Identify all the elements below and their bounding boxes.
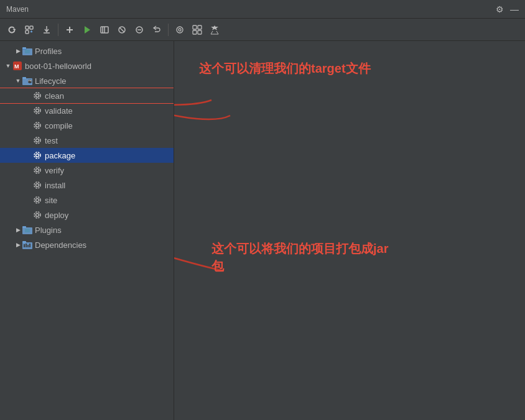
dependencies-folder-icon [22, 240, 32, 250]
clean-label: clean [45, 91, 64, 101]
site-label: site [45, 196, 57, 205]
deploy-gear-icon [32, 210, 42, 220]
package-gear-icon [32, 150, 42, 160]
svg-rect-14 [198, 25, 202, 29]
verify-gear-icon [32, 165, 42, 175]
verify-label: verify [45, 166, 64, 175]
svg-point-40 [34, 182, 40, 188]
svg-rect-15 [193, 30, 197, 34]
tree-item-package[interactable]: package [0, 148, 174, 163]
skip-tests-button[interactable] [114, 22, 130, 38]
title-bar-controls: ⚙ — [496, 4, 519, 14]
tree-item-dependencies[interactable]: Dependencies [0, 237, 174, 252]
package-label: package [45, 151, 75, 160]
svg-rect-20 [25, 50, 30, 53]
compile-gear-icon [32, 121, 42, 130]
validate-gear-icon [32, 106, 42, 116]
svg-rect-47 [25, 229, 30, 232]
separator-1 [58, 24, 58, 36]
svg-point-41 [36, 199, 39, 202]
plugins-folder-icon [22, 225, 32, 235]
svg-point-35 [36, 154, 39, 157]
svg-point-44 [34, 212, 40, 218]
svg-point-39 [36, 184, 39, 187]
svg-point-36 [34, 152, 40, 158]
tree-item-test[interactable]: test [0, 133, 174, 148]
svg-rect-0 [26, 26, 29, 29]
boot01-label: boot-01-helloworld [25, 62, 91, 71]
svg-point-29 [36, 109, 39, 112]
title-bar: Maven ⚙ — [0, 0, 525, 19]
download-button[interactable] [39, 22, 55, 38]
svg-point-31 [36, 124, 39, 127]
ignore-failures-button[interactable] [131, 22, 147, 38]
tree-item-lifecycle[interactable]: Lifecycle [0, 73, 174, 88]
svg-point-34 [34, 137, 40, 144]
tree-item-validate[interactable]: validate [0, 103, 174, 118]
run-button[interactable] [79, 22, 95, 38]
settings-icon[interactable]: ⚙ [496, 4, 504, 14]
maven-tree[interactable]: Profiles M boot-01-helloworld [0, 41, 174, 420]
profiles-label: Profiles [35, 47, 62, 56]
toggle-offline-button[interactable] [96, 22, 113, 38]
svg-rect-51 [26, 244, 27, 247]
tree-item-plugins[interactable]: Plugins [0, 222, 174, 237]
app-title: Maven [6, 5, 29, 14]
tree-item-clean[interactable]: clean [0, 88, 174, 103]
svg-rect-1 [30, 26, 33, 29]
svg-rect-50 [24, 244, 25, 247]
tree-item-profiles[interactable]: Profiles [0, 43, 174, 58]
profiles-folder-icon [22, 46, 32, 56]
show-diagram-button[interactable] [189, 22, 205, 38]
tree-item-site[interactable]: site [0, 193, 174, 208]
annotation-overlay: 这个可以清理我们的target文件 这个可以将我们的项目打包成jar 包 [174, 41, 525, 420]
add-button[interactable] [62, 22, 78, 38]
test-label: test [45, 136, 58, 145]
refresh-button[interactable] [4, 22, 20, 38]
validate-label: validate [45, 106, 73, 116]
svg-point-38 [34, 167, 40, 173]
svg-text:M: M [14, 63, 19, 70]
profiles-arrow [14, 47, 22, 55]
svg-line-8 [119, 27, 124, 32]
plugins-label: Plugins [35, 226, 62, 235]
svg-point-30 [34, 107, 40, 114]
tree-item-compile[interactable]: compile [0, 118, 174, 133]
svg-rect-52 [27, 245, 29, 247]
toolbar [0, 19, 525, 41]
annotation-package: 这个可以将我们的项目打包成jar 包 [211, 240, 398, 275]
test-gear-icon [32, 135, 42, 145]
svg-rect-24 [22, 77, 26, 79]
svg-point-43 [36, 214, 39, 217]
svg-point-27 [36, 94, 39, 98]
svg-point-42 [34, 197, 40, 203]
svg-rect-13 [193, 25, 197, 29]
svg-point-12 [179, 29, 181, 31]
lifecycle-label: Lifecycle [35, 76, 67, 86]
lifecycle-folder-icon [22, 76, 32, 86]
svg-point-11 [177, 27, 183, 33]
tree-item-install[interactable]: install [0, 178, 174, 193]
svg-marker-3 [85, 26, 90, 34]
lifecycle-arrow [14, 76, 22, 85]
separator-2 [168, 24, 169, 36]
svg-point-37 [36, 169, 39, 172]
svg-point-33 [36, 139, 39, 142]
plugins-arrow [14, 226, 22, 234]
svg-point-28 [34, 93, 40, 99]
generate-sources-button[interactable] [172, 22, 188, 38]
annotation-clean: 这个可以清理我们的target文件 [199, 60, 371, 77]
minimize-icon[interactable]: — [510, 4, 519, 14]
svg-rect-19 [22, 47, 26, 49]
tree-item-verify[interactable]: verify [0, 163, 174, 178]
refresh-all-button[interactable] [21, 22, 37, 38]
svg-rect-46 [22, 226, 26, 228]
tree-item-deploy[interactable]: deploy [0, 208, 174, 222]
svg-rect-16 [198, 30, 202, 34]
compile-label: compile [45, 121, 73, 130]
recursive-button[interactable] [149, 22, 165, 38]
deploy-label: deploy [45, 211, 68, 220]
svg-rect-2 [26, 30, 29, 34]
maven-settings-button[interactable] [207, 22, 223, 38]
tree-item-boot01[interactable]: M boot-01-helloworld [0, 58, 174, 73]
